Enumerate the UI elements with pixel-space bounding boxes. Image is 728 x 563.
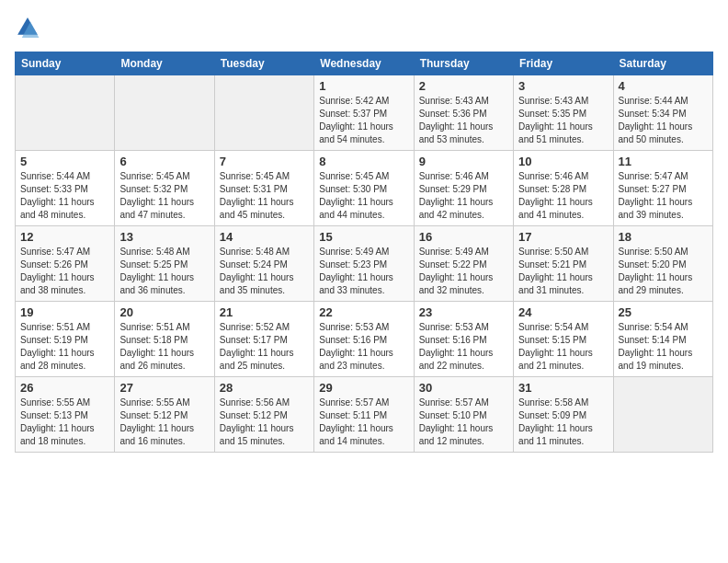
day-header-friday: Friday (514, 52, 613, 75)
calendar-cell: 28Sunrise: 5:56 AM Sunset: 5:12 PM Dayli… (214, 377, 313, 453)
calendar-cell: 5Sunrise: 5:44 AM Sunset: 5:33 PM Daylig… (16, 151, 115, 226)
calendar-cell: 24Sunrise: 5:54 AM Sunset: 5:15 PM Dayli… (514, 302, 613, 377)
day-info: Sunrise: 5:55 AM Sunset: 5:13 PM Dayligh… (20, 396, 109, 448)
day-number: 28 (220, 381, 309, 395)
calendar-cell: 10Sunrise: 5:46 AM Sunset: 5:28 PM Dayli… (514, 151, 613, 226)
day-number: 7 (220, 155, 309, 168)
day-info: Sunrise: 5:51 AM Sunset: 5:18 PM Dayligh… (119, 321, 209, 373)
day-number: 20 (119, 305, 209, 319)
day-info: Sunrise: 5:48 AM Sunset: 5:24 PM Dayligh… (220, 246, 309, 297)
calendar-cell: 2Sunrise: 5:43 AM Sunset: 5:36 PM Daylig… (414, 75, 513, 151)
calendar-cell: 3Sunrise: 5:43 AM Sunset: 5:35 PM Daylig… (514, 75, 613, 151)
day-number: 19 (20, 305, 109, 319)
day-number: 10 (518, 155, 608, 168)
calendar-cell: 15Sunrise: 5:49 AM Sunset: 5:23 PM Dayli… (314, 226, 414, 302)
day-number: 5 (20, 155, 109, 168)
calendar-cell: 18Sunrise: 5:50 AM Sunset: 5:20 PM Dayli… (613, 226, 712, 302)
calendar-cell: 8Sunrise: 5:45 AM Sunset: 5:30 PM Daylig… (314, 151, 414, 226)
calendar-header: SundayMondayTuesdayWednesdayThursdayFrid… (16, 52, 713, 75)
day-info: Sunrise: 5:52 AM Sunset: 5:17 PM Dayligh… (220, 321, 309, 373)
day-number: 2 (419, 79, 508, 93)
day-info: Sunrise: 5:44 AM Sunset: 5:34 PM Dayligh… (619, 95, 708, 146)
calendar-row: 26Sunrise: 5:55 AM Sunset: 5:13 PM Dayli… (16, 377, 713, 453)
calendar-cell: 25Sunrise: 5:54 AM Sunset: 5:14 PM Dayli… (613, 302, 712, 377)
day-info: Sunrise: 5:46 AM Sunset: 5:29 PM Dayligh… (419, 170, 508, 222)
day-info: Sunrise: 5:48 AM Sunset: 5:25 PM Dayligh… (119, 246, 209, 297)
calendar-row: 19Sunrise: 5:51 AM Sunset: 5:19 PM Dayli… (16, 302, 713, 377)
day-info: Sunrise: 5:43 AM Sunset: 5:35 PM Dayligh… (518, 95, 608, 146)
day-header-tuesday: Tuesday (214, 52, 313, 75)
day-info: Sunrise: 5:44 AM Sunset: 5:33 PM Dayligh… (20, 170, 109, 222)
day-info: Sunrise: 5:45 AM Sunset: 5:32 PM Dayligh… (119, 170, 209, 222)
day-number: 17 (518, 230, 608, 244)
day-info: Sunrise: 5:58 AM Sunset: 5:09 PM Dayligh… (518, 396, 608, 448)
day-info: Sunrise: 5:43 AM Sunset: 5:36 PM Dayligh… (419, 95, 508, 146)
day-header-monday: Monday (115, 52, 214, 75)
day-number: 11 (619, 155, 708, 168)
day-info: Sunrise: 5:54 AM Sunset: 5:15 PM Dayligh… (518, 321, 608, 373)
day-number: 23 (419, 305, 508, 319)
day-info: Sunrise: 5:49 AM Sunset: 5:22 PM Dayligh… (419, 246, 508, 297)
day-info: Sunrise: 5:53 AM Sunset: 5:16 PM Dayligh… (319, 321, 408, 373)
day-number: 22 (319, 305, 408, 319)
day-info: Sunrise: 5:47 AM Sunset: 5:27 PM Dayligh… (619, 170, 708, 222)
calendar-cell: 29Sunrise: 5:57 AM Sunset: 5:11 PM Dayli… (314, 377, 414, 453)
day-number: 18 (619, 230, 708, 244)
day-number: 6 (119, 155, 209, 168)
logo-icon (15, 15, 40, 40)
day-info: Sunrise: 5:57 AM Sunset: 5:10 PM Dayligh… (419, 396, 508, 448)
calendar-body: 1Sunrise: 5:42 AM Sunset: 5:37 PM Daylig… (16, 75, 713, 453)
day-info: Sunrise: 5:47 AM Sunset: 5:26 PM Dayligh… (20, 246, 109, 297)
day-info: Sunrise: 5:53 AM Sunset: 5:16 PM Dayligh… (419, 321, 508, 373)
day-number: 27 (119, 381, 209, 395)
calendar-cell: 4Sunrise: 5:44 AM Sunset: 5:34 PM Daylig… (613, 75, 712, 151)
day-info: Sunrise: 5:42 AM Sunset: 5:37 PM Dayligh… (319, 95, 408, 146)
calendar-cell: 21Sunrise: 5:52 AM Sunset: 5:17 PM Dayli… (214, 302, 313, 377)
day-number: 1 (319, 79, 408, 93)
day-info: Sunrise: 5:45 AM Sunset: 5:30 PM Dayligh… (319, 170, 408, 222)
calendar-cell: 26Sunrise: 5:55 AM Sunset: 5:13 PM Dayli… (16, 377, 115, 453)
day-info: Sunrise: 5:45 AM Sunset: 5:31 PM Dayligh… (220, 170, 309, 222)
day-number: 8 (319, 155, 408, 168)
day-number: 26 (20, 381, 109, 395)
header-row: SundayMondayTuesdayWednesdayThursdayFrid… (16, 52, 713, 75)
calendar-cell: 6Sunrise: 5:45 AM Sunset: 5:32 PM Daylig… (115, 151, 214, 226)
day-info: Sunrise: 5:54 AM Sunset: 5:14 PM Dayligh… (619, 321, 708, 373)
calendar-cell: 19Sunrise: 5:51 AM Sunset: 5:19 PM Dayli… (16, 302, 115, 377)
day-header-sunday: Sunday (16, 52, 115, 75)
calendar-cell (214, 75, 313, 151)
logo (15, 15, 44, 40)
day-info: Sunrise: 5:49 AM Sunset: 5:23 PM Dayligh… (319, 246, 408, 297)
day-number: 14 (220, 230, 309, 244)
day-number: 3 (518, 79, 608, 93)
day-number: 21 (220, 305, 309, 319)
day-header-wednesday: Wednesday (314, 52, 414, 75)
calendar-cell: 20Sunrise: 5:51 AM Sunset: 5:18 PM Dayli… (115, 302, 214, 377)
calendar-cell: 13Sunrise: 5:48 AM Sunset: 5:25 PM Dayli… (115, 226, 214, 302)
day-info: Sunrise: 5:50 AM Sunset: 5:21 PM Dayligh… (518, 246, 608, 297)
calendar-row: 12Sunrise: 5:47 AM Sunset: 5:26 PM Dayli… (16, 226, 713, 302)
day-info: Sunrise: 5:46 AM Sunset: 5:28 PM Dayligh… (518, 170, 608, 222)
day-number: 25 (619, 305, 708, 319)
day-header-saturday: Saturday (613, 52, 712, 75)
day-number: 24 (518, 305, 608, 319)
day-info: Sunrise: 5:55 AM Sunset: 5:12 PM Dayligh… (119, 396, 209, 448)
calendar-cell: 9Sunrise: 5:46 AM Sunset: 5:29 PM Daylig… (414, 151, 513, 226)
day-number: 31 (518, 381, 608, 395)
calendar-cell: 23Sunrise: 5:53 AM Sunset: 5:16 PM Dayli… (414, 302, 513, 377)
day-number: 13 (119, 230, 209, 244)
calendar-cell (16, 75, 115, 151)
calendar-cell (613, 377, 712, 453)
calendar-cell: 27Sunrise: 5:55 AM Sunset: 5:12 PM Dayli… (115, 377, 214, 453)
calendar-cell: 12Sunrise: 5:47 AM Sunset: 5:26 PM Dayli… (16, 226, 115, 302)
day-number: 30 (419, 381, 508, 395)
day-number: 9 (419, 155, 508, 168)
calendar-cell: 30Sunrise: 5:57 AM Sunset: 5:10 PM Dayli… (414, 377, 513, 453)
day-header-thursday: Thursday (414, 52, 513, 75)
calendar-cell: 17Sunrise: 5:50 AM Sunset: 5:21 PM Dayli… (514, 226, 613, 302)
day-info: Sunrise: 5:56 AM Sunset: 5:12 PM Dayligh… (220, 396, 309, 448)
calendar-cell: 14Sunrise: 5:48 AM Sunset: 5:24 PM Dayli… (214, 226, 313, 302)
header (15, 15, 713, 40)
calendar-cell: 31Sunrise: 5:58 AM Sunset: 5:09 PM Dayli… (514, 377, 613, 453)
calendar-row: 1Sunrise: 5:42 AM Sunset: 5:37 PM Daylig… (16, 75, 713, 151)
